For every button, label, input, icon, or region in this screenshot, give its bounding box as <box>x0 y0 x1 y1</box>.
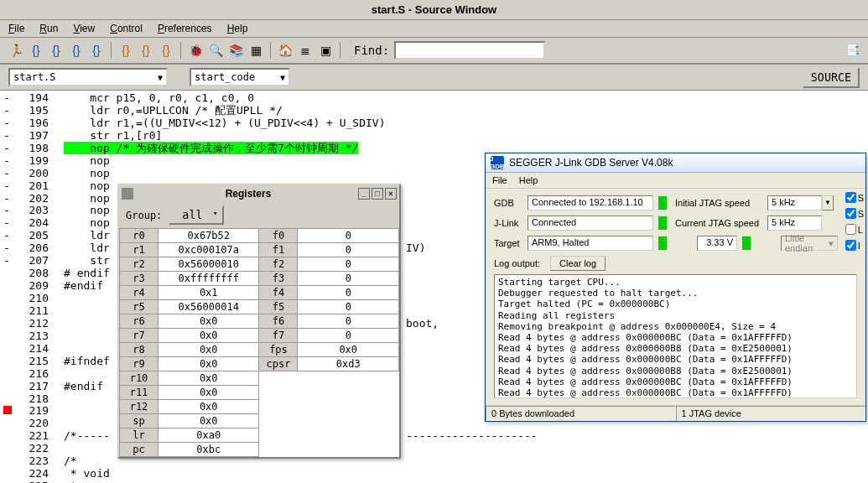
chevron-down-icon: ▼ <box>158 73 163 82</box>
menu-control[interactable]: Control <box>110 23 143 34</box>
function-combo-value: start_code <box>195 71 255 83</box>
register-row[interactable]: r40x1f40 <box>120 286 399 300</box>
step-icon-4[interactable]: {} <box>89 43 104 58</box>
step-icon-2[interactable]: {} <box>49 43 64 58</box>
jlink-title-text: SEGGER J-Link GDB Server V4.08k <box>509 157 673 169</box>
initial-speed-label: Initial JTAG speed <box>675 198 767 208</box>
gdb-label: GDB <box>494 198 528 208</box>
register-row[interactable]: r90x0cpsr0xd3 <box>120 357 399 371</box>
register-row[interactable]: sp0x0 <box>120 414 399 428</box>
group-label: Group: <box>126 210 162 221</box>
register-row[interactable]: r60x0f60 <box>120 314 399 329</box>
register-row[interactable]: r120x0 <box>120 400 399 414</box>
status-indicator <box>658 216 667 230</box>
checkbox-1[interactable]: S <box>845 192 864 203</box>
register-row[interactable]: r20x56000010f20 <box>120 257 399 272</box>
code-line[interactable]: -195 ldr r0,=UPLLCON /* 配置UPLL */ <box>3 105 865 117</box>
menu-file[interactable]: File <box>8 23 24 34</box>
jlink-title-bar[interactable]: JGDB SEGGER J-Link GDB Server V4.08k <box>486 153 865 173</box>
register-row[interactable]: r80x0fps0x0 <box>120 343 399 357</box>
endian-selector[interactable]: Little endian▾ <box>781 236 838 251</box>
close-button[interactable]: × <box>385 188 397 200</box>
chevron-down-icon: ▼ <box>280 73 285 82</box>
run-icon[interactable]: 🏃 <box>8 43 23 58</box>
code-line[interactable]: -196 ldr r1,=((U_MDIV<<12) + (U_PDIV<<4)… <box>3 117 865 130</box>
log-line: Removing breakpoint @ address 0x000000E4… <box>498 321 853 332</box>
registers-window: Registers _ □ × Group: all ▾ r00x67b52f0… <box>117 184 401 459</box>
checkbox-3[interactable]: L <box>845 224 864 235</box>
jlink-menu: File Help <box>486 173 865 189</box>
step-icon-1[interactable]: {} <box>29 43 44 58</box>
chevron-down-icon[interactable]: ▼ <box>822 195 834 210</box>
initial-speed-value[interactable]: 5 kHz <box>767 195 822 210</box>
toolbar: 🏃 {} {} {} {} {} {} {} 🐞 🔍 📚 ▦ 🏠 ≣ ▣ Fin… <box>0 38 868 65</box>
checkbox-2[interactable]: S <box>845 208 864 219</box>
log-line: Read 4 bytes @ address 0x000000BC (Data … <box>498 377 853 387</box>
jlink-menu-help[interactable]: Help <box>519 175 538 185</box>
group-selector[interactable]: all ▾ <box>169 205 224 225</box>
function-combo[interactable]: start_code ▼ <box>190 68 290 86</box>
register-row[interactable]: r30xfffffffff30 <box>120 272 399 286</box>
registers-title-bar[interactable]: Registers _ □ × <box>119 185 399 202</box>
checkbox-4[interactable]: I <box>845 240 864 251</box>
file-combo-value: start.S <box>13 71 56 83</box>
code-line[interactable]: -197 str r1,[r0] <box>3 130 865 143</box>
log-line: Target halted (PC = 0x000000BC) <box>498 299 853 309</box>
source-mode-button[interactable]: SOURCE <box>803 67 860 88</box>
chip-icon[interactable]: ▦ <box>248 43 263 58</box>
code-line[interactable]: -194 mcr p15, 0, r0, c1, c0, 0 <box>3 92 865 105</box>
step-into-icon[interactable]: {} <box>138 43 153 58</box>
separator <box>340 42 340 59</box>
separator <box>270 42 271 59</box>
register-row[interactable]: pc0xbc <box>120 443 399 457</box>
register-row[interactable]: r10xc000107af10 <box>120 243 399 257</box>
register-row[interactable]: lr0xa0 <box>120 428 399 443</box>
maximize-button[interactable]: □ <box>372 188 383 200</box>
register-row[interactable]: r50x56000014f50 <box>120 300 399 314</box>
status-indicator <box>658 236 667 250</box>
find-label: Find: <box>354 44 389 57</box>
target-status: ARM9, Halted <box>528 236 653 251</box>
current-speed-label: Current JTAG speed <box>675 218 767 228</box>
jlink-menu-file[interactable]: File <box>492 175 507 185</box>
log-label: Log output: <box>494 258 540 268</box>
bug-icon[interactable]: 🐞 <box>188 43 203 58</box>
jlink-conn-label: J-Link <box>494 218 528 228</box>
register-row[interactable]: r110x0 <box>120 386 399 400</box>
minimize-button[interactable]: _ <box>358 188 370 200</box>
log-output[interactable]: Starting target CPU...Debugger requested… <box>494 274 857 398</box>
separator <box>180 42 181 59</box>
home-icon[interactable]: 🏠 <box>278 43 293 58</box>
step-out-icon[interactable]: {} <box>159 43 174 58</box>
registers-title: Registers <box>138 188 358 200</box>
menu-view[interactable]: View <box>73 23 95 34</box>
books-icon[interactable]: 📚 <box>228 43 243 58</box>
bookmark-icon[interactable]: 📑 <box>845 43 860 58</box>
register-row[interactable]: r70x0f70 <box>120 329 399 343</box>
register-row[interactable]: r00x67b52f00 <box>120 229 399 243</box>
file-combo[interactable]: start.S ▼ <box>8 68 168 86</box>
current-speed-value: 5 kHz <box>767 216 822 231</box>
code-line[interactable]: 224 * void <box>3 468 865 480</box>
menu-help[interactable]: Help <box>227 23 248 34</box>
register-row[interactable]: r100x0 <box>120 371 399 386</box>
window-icon <box>122 188 133 200</box>
status-indicator <box>742 236 751 250</box>
menu-run[interactable]: Run <box>39 23 58 34</box>
clear-log-button[interactable]: Clear log <box>550 256 606 271</box>
log-line: Read 4 bytes @ address 0x000000BC (Data … <box>498 354 853 365</box>
step-over-icon[interactable]: {} <box>118 43 133 58</box>
jlink-icon: JGDB <box>491 156 504 169</box>
chevron-down-icon: ▾ <box>829 238 834 249</box>
console-icon[interactable]: ▣ <box>318 43 333 58</box>
jlink-status-bar: 0 Bytes downloaded 1 JTAG device <box>486 405 865 421</box>
find-input[interactable] <box>394 41 545 60</box>
menu-preferences[interactable]: Preferences <box>158 23 212 34</box>
list-icon[interactable]: ≣ <box>298 43 313 58</box>
log-line: Reading all registers <box>498 310 853 321</box>
menu-bar: File Run View Control Preferences Help <box>0 20 868 38</box>
bytes-downloaded: 0 Bytes downloaded <box>486 406 676 421</box>
search-icon[interactable]: 🔍 <box>208 43 223 58</box>
step-icon-3[interactable]: {} <box>69 43 84 58</box>
log-line: Debugger requested to halt target... <box>498 288 853 299</box>
